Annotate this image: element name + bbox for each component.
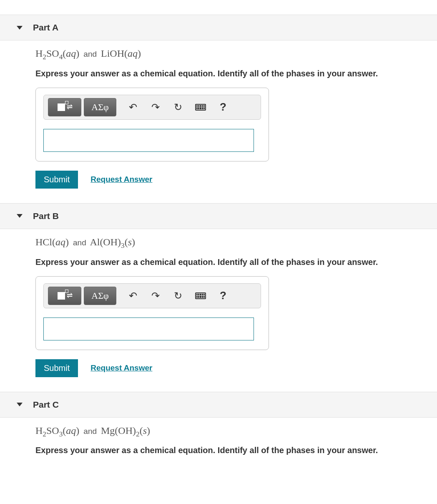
undo-icon[interactable]: ↶ — [123, 287, 143, 305]
redo-icon[interactable]: ↷ — [146, 98, 166, 116]
chevron-down-icon — [17, 26, 23, 30]
redo-icon[interactable]: ↷ — [146, 287, 166, 305]
reset-icon[interactable]: ↻ — [168, 287, 188, 305]
submit-button[interactable]: Submit — [35, 171, 78, 189]
chem-template-button[interactable]: ⇌ — [48, 287, 81, 305]
part-header[interactable]: Part C — [0, 392, 437, 418]
part-c: Part C H2SO3(aq) and Mg(OH)2(s) Express … — [0, 392, 437, 469]
page-root: Part A H2SO4(aq) and LiOH(aq) Express yo… — [0, 0, 437, 469]
equation-toolbar: ⇌ ΑΣφ ↶ ↷ ↻ ? — [43, 283, 261, 308]
answer-input[interactable] — [43, 129, 254, 152]
question-formula: H2SO3(aq) and Mg(OH)2(s) — [35, 425, 429, 438]
answer-box: ⇌ ΑΣφ ↶ ↷ ↻ ? — [35, 276, 269, 350]
chevron-down-icon — [17, 214, 23, 218]
help-icon[interactable]: ? — [213, 287, 233, 305]
keyboard-icon[interactable] — [191, 98, 211, 116]
undo-icon[interactable]: ↶ — [123, 98, 143, 116]
part-body: H2SO3(aq) and Mg(OH)2(s) Express your an… — [0, 418, 437, 469]
submit-button[interactable]: Submit — [35, 359, 78, 377]
reset-icon[interactable]: ↻ — [168, 98, 188, 116]
part-title: Part A — [33, 23, 58, 33]
greek-letters-button[interactable]: ΑΣφ — [84, 98, 116, 116]
part-b: Part B HCl(aq) and Al(OH)3(s) Express yo… — [0, 203, 437, 381]
actions-row: Submit Request Answer — [35, 171, 429, 189]
instruction-text: Express your answer as a chemical equati… — [35, 257, 429, 267]
question-formula: HCl(aq) and Al(OH)3(s) — [35, 237, 429, 250]
chevron-down-icon — [17, 403, 23, 406]
instruction-text: Express your answer as a chemical equati… — [35, 446, 429, 455]
actions-row: Submit Request Answer — [35, 359, 429, 377]
answer-box: ⇌ ΑΣφ ↶ ↷ ↻ ? — [35, 88, 269, 161]
greek-letters-button[interactable]: ΑΣφ — [84, 287, 116, 305]
part-title: Part B — [33, 211, 59, 221]
part-body: H2SO4(aq) and LiOH(aq) Express your answ… — [0, 40, 437, 193]
chem-template-button[interactable]: ⇌ — [48, 98, 81, 116]
question-formula: H2SO4(aq) and LiOH(aq) — [35, 48, 429, 61]
request-answer-link[interactable]: Request Answer — [90, 363, 152, 373]
part-title: Part C — [33, 400, 59, 410]
answer-input[interactable] — [43, 318, 254, 340]
part-header[interactable]: Part A — [0, 15, 437, 40]
part-a: Part A H2SO4(aq) and LiOH(aq) Express yo… — [0, 15, 437, 193]
keyboard-icon[interactable] — [191, 287, 211, 305]
instruction-text: Express your answer as a chemical equati… — [35, 69, 429, 78]
part-header[interactable]: Part B — [0, 203, 437, 229]
help-icon[interactable]: ? — [213, 98, 233, 116]
request-answer-link[interactable]: Request Answer — [90, 175, 152, 184]
equation-toolbar: ⇌ ΑΣφ ↶ ↷ ↻ ? — [43, 95, 261, 120]
part-body: HCl(aq) and Al(OH)3(s) Express your answ… — [0, 229, 437, 381]
